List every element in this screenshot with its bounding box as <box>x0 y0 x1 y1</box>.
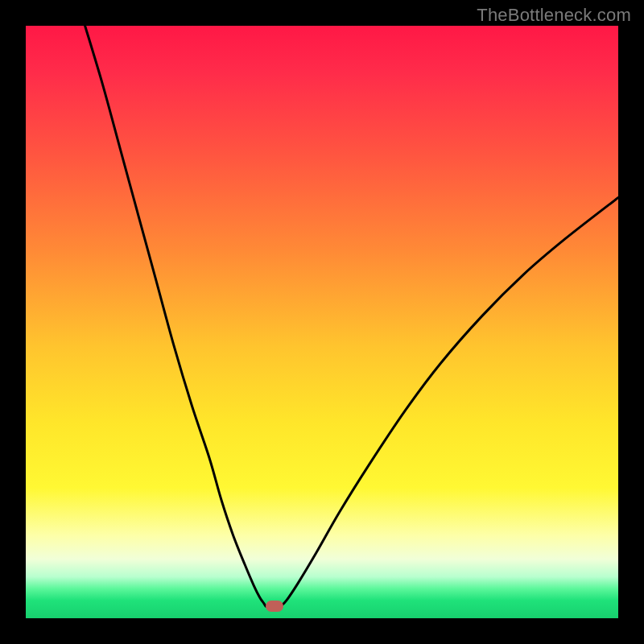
chart-marker <box>266 601 283 612</box>
chart-stage: TheBottleneck.com <box>0 0 644 644</box>
watermark-text: TheBottleneck.com <box>477 5 631 26</box>
chart-plot-area <box>26 26 618 618</box>
chart-curve-svg <box>26 26 618 618</box>
chart-curve-path <box>85 26 618 606</box>
